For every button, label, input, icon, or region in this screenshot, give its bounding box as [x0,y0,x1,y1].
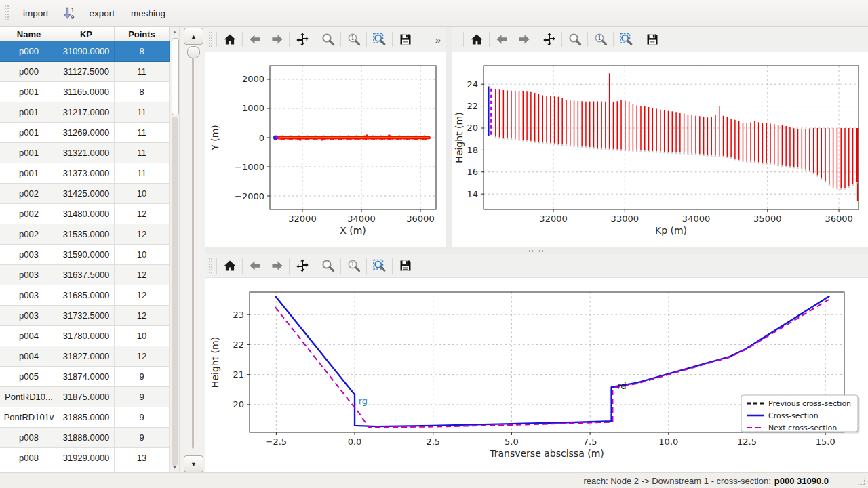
table-cell[interactable]: 31535.0000 [58,224,115,245]
table-cell[interactable]: 11 [115,102,170,123]
mpl-zoom-button[interactable] [317,29,338,49]
mpl-forward-button[interactable] [266,29,287,49]
mpl-save-button[interactable] [642,29,663,49]
table-row[interactable]: p00431827.000012 [0,346,170,367]
mpl-zoom-1-button[interactable]: 1 [343,29,364,49]
table-cell[interactable]: 31269.0000 [58,123,115,143]
toolbar-drag-handle[interactable] [208,31,212,47]
table-cell[interactable]: p003 [0,285,58,306]
table-row[interactable]: p00831929.000013 [0,448,170,468]
table-row[interactable]: PontRD101v31885.00009 [0,407,170,428]
table-row[interactable]: p00231480.000012 [0,204,170,224]
table-cell[interactable]: p001 [0,163,58,184]
table-cell[interactable]: 31685.0000 [58,285,115,306]
table-cell[interactable]: 11 [115,143,170,163]
next-section-button[interactable]: ▼ [184,455,203,472]
column-header-points[interactable]: Points [115,27,170,41]
table-row[interactable]: p00431780.000010 [0,326,170,346]
table-row[interactable]: p00331637.500012 [0,265,170,285]
mpl-home-button[interactable] [219,29,240,49]
table-cell[interactable]: 31425.0000 [58,184,115,204]
column-header-name[interactable]: Name [0,27,58,41]
table-cell[interactable]: 12 [115,265,170,285]
table-row[interactable]: p00131217.000011 [0,102,170,123]
mpl-zoom-1-button[interactable]: 1 [590,29,611,49]
table-cell[interactable]: 9 [115,367,170,387]
table-cell[interactable]: p003 [0,245,58,265]
table-cell[interactable]: 31637.5000 [58,265,115,285]
table-row[interactable]: p00131269.000011 [0,123,170,143]
meshing-button[interactable]: meshing [123,4,173,22]
table-row[interactable]: p00331590.000010 [0,245,170,265]
table-cell[interactable]: 31321.0000 [58,143,115,163]
mpl-back-button[interactable] [245,29,266,49]
scrollbar-track[interactable] [172,117,178,466]
table-row[interactable]: p00331685.000012 [0,285,170,306]
table-cell[interactable]: 11 [115,123,170,143]
table-cell[interactable]: 12 [115,285,170,306]
table-cell[interactable]: 31480.0000 [58,204,115,224]
table-cell[interactable]: p002 [0,224,58,245]
table-cell[interactable]: p004 [0,326,58,346]
mpl-home-button[interactable] [219,256,240,276]
toolbar-overflow-button[interactable]: » [435,34,441,45]
scrollbar-thumb[interactable] [172,38,179,115]
table-cell[interactable]: p005 [0,367,58,387]
table-cell[interactable]: p008 [0,448,58,468]
cross-section-chart[interactable]: rgrd−2.50.02.55.07.510.012.515.020212223… [205,278,868,472]
table-cell[interactable]: 31827.0000 [58,346,115,367]
table-row[interactable]: p00331732.500012 [0,306,170,326]
table-row[interactable]: p00231535.000012 [0,224,170,245]
table-cell[interactable]: 13 [115,448,170,468]
slider-handle[interactable] [187,46,200,58]
table-cell[interactable]: 31165.0000 [58,82,115,102]
table-row[interactable]: p00031090.00008 [0,41,170,62]
export-button[interactable]: export [82,4,123,22]
table-cell[interactable]: p001 [0,143,58,163]
table-cell[interactable]: PontRD101v [0,407,58,428]
table-cell[interactable]: 12 [115,306,170,326]
mpl-zoom-fit-button[interactable] [616,29,637,49]
table-cell[interactable]: 11 [115,62,170,82]
table-row[interactable]: p00131165.00008 [0,82,170,102]
table-scrollbar[interactable]: ▲ ▼ [170,27,180,472]
table-cell[interactable]: p004 [0,346,58,367]
table-cell[interactable]: p002 [0,184,58,204]
table-cell[interactable]: 31373.0000 [58,163,115,184]
mpl-zoom-button[interactable] [564,29,585,49]
table-row[interactable]: PontRD10...31875.00009 [0,387,170,407]
table-cell[interactable]: p001 [0,82,58,102]
mpl-pan-button[interactable] [292,29,313,49]
table-cell[interactable]: 10 [115,326,170,346]
mpl-forward-button[interactable] [266,256,287,276]
table-cell[interactable]: p003 [0,265,58,285]
table-cell[interactable]: 9 [115,407,170,428]
table-row[interactable]: p00131321.000011 [0,143,170,163]
table-cell[interactable]: 31590.0000 [58,245,115,265]
import-button[interactable]: import [16,4,56,22]
table-cell[interactable]: 31885.0000 [58,407,115,428]
table-cell[interactable]: 12 [115,346,170,367]
column-header-kp[interactable]: KP [58,27,115,41]
mpl-forward-button[interactable] [513,29,534,49]
scroll-down-arrow[interactable]: ▼ [171,464,178,471]
table-cell[interactable]: p001 [0,102,58,123]
table-cell[interactable]: 8 [115,82,170,102]
table-row[interactable]: p00831886.00009 [0,428,170,448]
table-row[interactable]: p00031127.500011 [0,62,170,82]
table-cell[interactable]: p002 [0,204,58,224]
table-row[interactable]: p00231425.000010 [0,184,170,204]
mpl-zoom-1-button[interactable]: 1 [343,256,364,276]
table-cell[interactable]: p003 [0,306,58,326]
table-cell[interactable]: 9 [115,428,170,448]
horizontal-splitter[interactable] [205,247,868,254]
mpl-save-button[interactable] [395,256,416,276]
table-cell[interactable]: 31929.0000 [58,448,115,468]
table-row[interactable]: p00531874.00009 [0,367,170,387]
mpl-zoom-fit-button[interactable] [369,29,390,49]
table-cell[interactable]: 31217.0000 [58,102,115,123]
table-cell[interactable]: 31732.5000 [58,306,115,326]
toolbar-drag-handle[interactable] [455,31,459,47]
vertical-splitter[interactable] [446,27,452,247]
table-cell[interactable]: 8 [115,41,170,62]
